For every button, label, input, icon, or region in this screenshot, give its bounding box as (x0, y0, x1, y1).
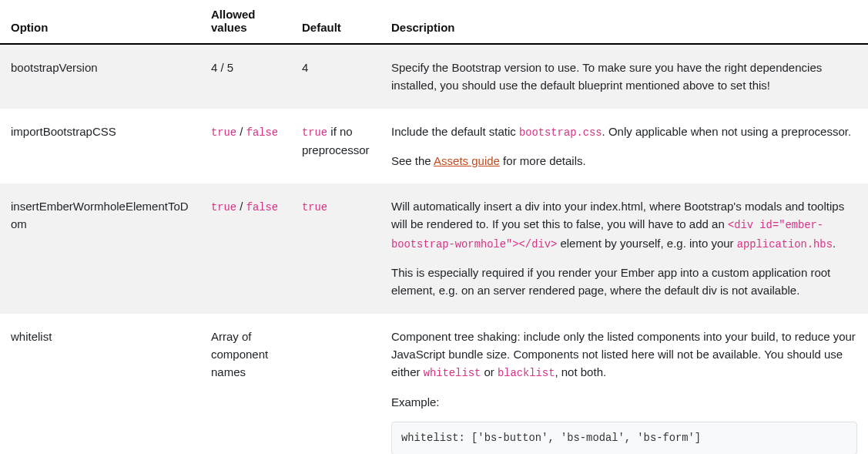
cell-description: Specify the Bootstrap version to use. To… (380, 44, 868, 109)
cell-allowed: true / false (200, 183, 291, 314)
code-literal: true (211, 202, 236, 214)
code-literal: true (211, 127, 236, 139)
cell-default: 4 (291, 44, 380, 109)
code-literal: application.hbs (737, 239, 833, 251)
table-row: insertEmberWormholeElementToDomtrue / fa… (0, 183, 868, 314)
code-block: whitelist: ['bs-button', 'bs-modal', 'bs… (391, 422, 857, 454)
col-description: Description (380, 0, 868, 44)
code-literal: false (246, 202, 278, 214)
cell-default: true (291, 183, 380, 314)
desc-paragraph: Specify the Bootstrap version to use. To… (391, 59, 857, 95)
col-default: Default (291, 0, 380, 44)
desc-paragraph: Component tree shaking: include only the… (391, 328, 857, 382)
code-literal: bootstrap.css (519, 127, 602, 139)
cell-option: whitelist (0, 314, 200, 454)
doc-link[interactable]: Assets guide (434, 154, 500, 167)
code-literal: true (302, 127, 327, 139)
col-option: Option (0, 0, 200, 44)
cell-option: bootstrapVersion (0, 44, 200, 109)
code-literal: true (302, 202, 327, 214)
table-header-row: Option Allowed values Default Descriptio… (0, 0, 868, 44)
cell-allowed: true / false (200, 109, 291, 184)
cell-description: Include the default static bootstrap.css… (380, 109, 868, 184)
code-literal: whitelist (424, 368, 481, 379)
table-row: bootstrapVersion4 / 54Specify the Bootst… (0, 44, 868, 109)
table-row: whitelistArray of component namesCompone… (0, 314, 868, 454)
desc-paragraph: Will automatically insert a div into you… (391, 197, 857, 253)
options-table: Option Allowed values Default Descriptio… (0, 0, 868, 454)
cell-description: Component tree shaking: include only the… (380, 314, 868, 454)
cell-description: Will automatically insert a div into you… (380, 183, 868, 314)
table-row: importBootstrapCSStrue / falsetrue if no… (0, 109, 868, 184)
code-literal: false (246, 127, 278, 139)
desc-paragraph: Example: (391, 393, 857, 411)
col-allowed: Allowed values (200, 0, 291, 44)
desc-paragraph: Include the default static bootstrap.css… (391, 123, 857, 141)
cell-default: true if no preprocessor (291, 109, 380, 184)
desc-paragraph: This is especially required if you rende… (391, 264, 857, 300)
desc-paragraph: See the Assets guide for more details. (391, 152, 857, 170)
cell-default (291, 314, 380, 454)
cell-allowed: Array of component names (200, 314, 291, 454)
cell-allowed: 4 / 5 (200, 44, 291, 109)
cell-option: importBootstrapCSS (0, 109, 200, 184)
code-literal: blacklist (498, 368, 555, 379)
cell-option: insertEmberWormholeElementToDom (0, 183, 200, 314)
